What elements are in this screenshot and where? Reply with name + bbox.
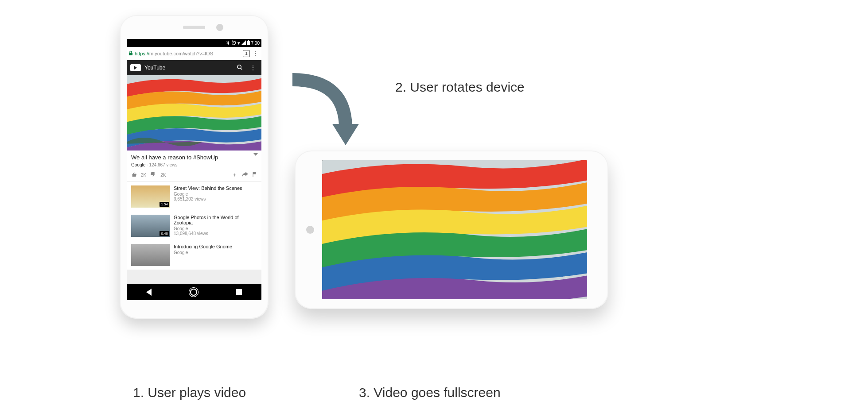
- signal-icon: [241, 40, 246, 46]
- url-text: https://m.youtube.com/watch?v=IOS: [135, 51, 241, 56]
- nav-back-icon[interactable]: [146, 289, 152, 296]
- svg-rect-1: [247, 41, 250, 45]
- rec-title: Introducing Google Gnome: [174, 244, 232, 249]
- battery-icon: [247, 40, 250, 46]
- rec-title: Google Photos in the World of Zootopia: [174, 215, 257, 225]
- phone-camera: [216, 24, 223, 31]
- phone-portrait: ▾ 7:00 https://m.youtube.com/watch?v=IOS…: [120, 15, 269, 319]
- rec-channel: Google: [174, 226, 257, 231]
- svg-rect-2: [248, 40, 249, 41]
- youtube-brand-text: YouTube: [144, 65, 231, 71]
- rec-views: 3,651,202 views: [174, 197, 242, 201]
- rec-views: 13,098,648 views: [174, 231, 257, 236]
- flag-icon[interactable]: [253, 172, 257, 178]
- svg-point-4: [237, 65, 241, 68]
- bluetooth-icon: [226, 40, 230, 46]
- video-meta: We all have a reason to #ShowUp Google ·…: [127, 151, 261, 182]
- search-icon[interactable]: [235, 64, 245, 72]
- android-nav-bar: [127, 284, 261, 300]
- dislike-count: 2K: [160, 173, 166, 178]
- rec-channel: Google: [174, 192, 242, 197]
- thumbs-down-icon[interactable]: [151, 172, 156, 178]
- phone-landscape: [295, 151, 608, 309]
- expand-icon[interactable]: [253, 153, 258, 156]
- rec-channel: Google: [174, 250, 232, 255]
- duration-badge: 0:48: [160, 231, 169, 236]
- thumbs-up-icon[interactable]: [131, 172, 136, 178]
- status-time: 7:00: [251, 41, 260, 46]
- phone-screen: ▾ 7:00 https://m.youtube.com/watch?v=IOS…: [127, 39, 261, 300]
- fullscreen-video[interactable]: [322, 160, 587, 299]
- browser-omnibox[interactable]: https://m.youtube.com/watch?v=IOS 1 ⋮: [127, 47, 261, 60]
- svg-rect-3: [129, 53, 132, 55]
- add-icon[interactable]: ＋: [232, 171, 237, 179]
- video-channel[interactable]: Google: [131, 162, 145, 167]
- share-icon[interactable]: [242, 172, 248, 178]
- url-rest: m.youtube.com/watch?v=IOS: [149, 51, 213, 56]
- like-count: 2K: [141, 173, 146, 178]
- video-title: We all have a reason to #ShowUp: [131, 154, 257, 161]
- recommendations-list: 1:54 Street View: Behind the Scenes Goog…: [127, 182, 261, 270]
- thumbnail: 1:54: [131, 185, 170, 208]
- status-bar: ▾ 7:00: [127, 39, 261, 47]
- video-still: [127, 75, 261, 151]
- thumbnail: [131, 244, 170, 266]
- recommendation-item[interactable]: 0:48 Google Photos in the World of Zooto…: [127, 211, 261, 240]
- wifi-icon: ▾: [237, 41, 240, 46]
- recommendation-item[interactable]: Introducing Google Gnome Google: [127, 240, 261, 270]
- lock-icon: [128, 50, 133, 57]
- youtube-header: YouTube ⋮: [127, 60, 261, 75]
- browser-menu-icon[interactable]: ⋮: [252, 50, 260, 57]
- tab-switcher[interactable]: 1: [243, 50, 250, 57]
- caption-step-3: 3. Video goes fullscreen: [359, 385, 501, 400]
- rec-title: Street View: Behind the Scenes: [174, 185, 242, 191]
- nav-home-icon[interactable]: [190, 289, 197, 296]
- phone-speaker: [183, 26, 205, 29]
- video-player[interactable]: [127, 75, 261, 151]
- url-scheme: https://: [135, 51, 149, 56]
- recommendation-item[interactable]: 1:54 Street View: Behind the Scenes Goog…: [127, 182, 261, 211]
- thumbnail: 0:48: [131, 215, 170, 237]
- youtube-logo[interactable]: [130, 64, 141, 71]
- phone-camera: [306, 226, 314, 234]
- duration-badge: 1:54: [160, 202, 169, 207]
- video-views: 124,667 views: [149, 162, 178, 167]
- nav-recent-icon[interactable]: [236, 289, 242, 295]
- alarm-icon: [231, 40, 236, 46]
- youtube-menu-icon[interactable]: ⋮: [248, 64, 258, 71]
- caption-step-2: 2. User rotates device: [395, 80, 525, 95]
- caption-step-1: 1. User plays video: [133, 385, 246, 400]
- arrow-rotate: [284, 66, 372, 155]
